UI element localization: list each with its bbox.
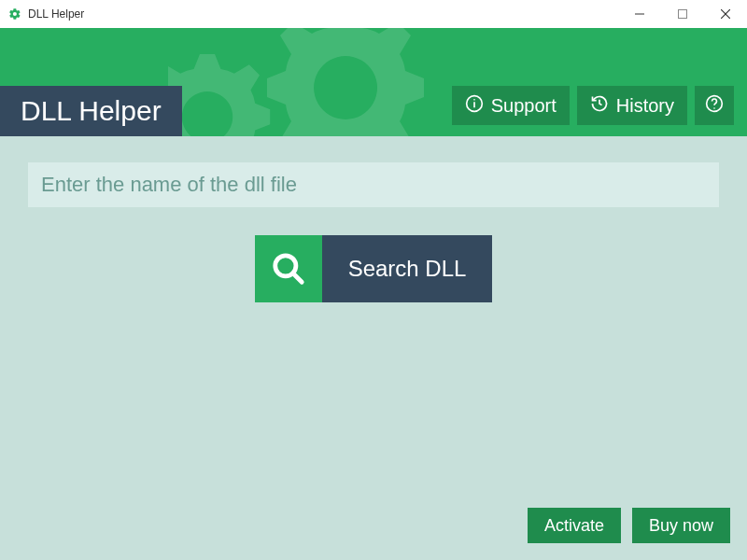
- support-label: Support: [491, 95, 557, 117]
- info-icon: [465, 94, 484, 118]
- window-title: DLL Helper: [28, 7, 618, 21]
- activate-button[interactable]: Activate: [528, 508, 621, 543]
- history-button[interactable]: History: [577, 86, 687, 125]
- header-actions: Support History: [452, 86, 734, 125]
- app-gear-icon: [7, 7, 22, 21]
- support-button[interactable]: Support: [452, 86, 570, 125]
- main-area: Search DLL Activate Buy now: [0, 136, 747, 560]
- search-button-label: Search DLL: [322, 235, 493, 302]
- help-button[interactable]: [695, 86, 734, 125]
- activate-label: Activate: [544, 516, 604, 536]
- buy-now-button[interactable]: Buy now: [632, 508, 730, 543]
- history-label: History: [616, 95, 674, 117]
- dll-search-input[interactable]: [28, 162, 719, 207]
- svg-point-6: [473, 99, 475, 101]
- svg-rect-1: [679, 10, 687, 19]
- search-icon: [255, 235, 322, 302]
- svg-line-10: [292, 273, 302, 283]
- window-controls: [618, 0, 747, 28]
- help-icon: [705, 94, 724, 118]
- footer-actions: Activate Buy now: [528, 508, 730, 543]
- buy-now-label: Buy now: [649, 516, 713, 536]
- svg-point-8: [713, 107, 715, 109]
- maximize-button[interactable]: [661, 0, 704, 28]
- header: DLL Helper Support History: [0, 28, 747, 136]
- close-button[interactable]: [704, 0, 747, 28]
- minimize-button[interactable]: [618, 0, 661, 28]
- titlebar: DLL Helper: [0, 0, 747, 28]
- app-title: DLL Helper: [0, 86, 182, 136]
- history-icon: [590, 94, 609, 118]
- gears-decoration-icon: [168, 28, 486, 136]
- search-button[interactable]: Search DLL: [28, 235, 719, 302]
